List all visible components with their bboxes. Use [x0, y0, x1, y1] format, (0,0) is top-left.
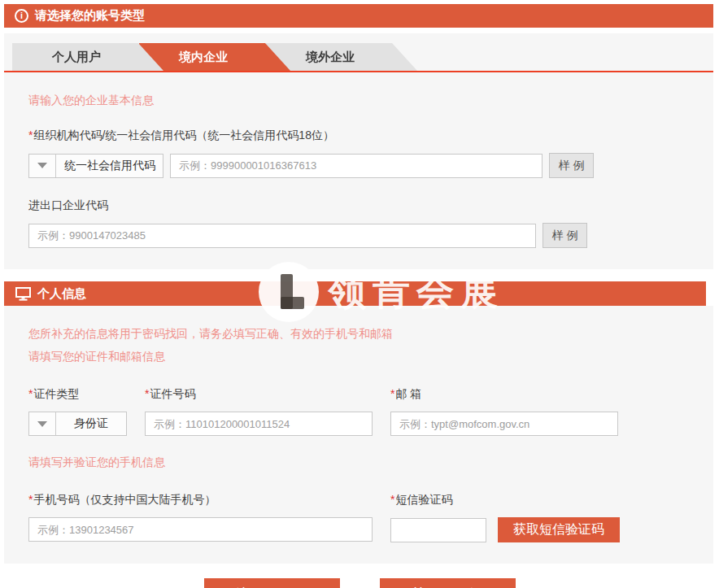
required-mark: * [28, 387, 33, 400]
tab-overseas-enterprise[interactable]: 境外企业 [266, 43, 417, 71]
credit-code-type-value: 统一社会信用代码 [56, 155, 163, 177]
id-type-value: 身份证 [56, 412, 126, 435]
info-icon: i [15, 9, 28, 23]
required-mark: * [390, 493, 394, 506]
id-email-note: 请填写您的证件和邮箱信息 [28, 350, 689, 364]
tab-personal-user[interactable]: 个人用户 [12, 43, 163, 71]
ie-code-label: 进出口企业代码 [28, 198, 689, 213]
sms-code-label: *短信验证码 [390, 493, 620, 507]
tab-domestic-enterprise[interactable]: 境内企业 [139, 43, 290, 71]
personal-info-title: 个人信息 [37, 286, 86, 302]
footer-actions: 注 册 关 闭 [0, 578, 719, 588]
phone-input[interactable] [28, 517, 373, 542]
required-mark: * [145, 387, 149, 400]
email-input[interactable] [390, 412, 618, 436]
required-mark: * [28, 493, 33, 506]
account-type-title: 请选择您的账号类型 [35, 8, 145, 24]
phone-verify-note: 请填写并验证您的手机信息 [28, 455, 689, 470]
id-type-label: *证件类型 [28, 387, 127, 402]
credit-code-type-select[interactable]: 统一社会信用代码 [28, 154, 163, 178]
get-sms-code-button[interactable]: 获取短信验证码 [498, 517, 620, 542]
enterprise-intro-note: 请输入您的企业基本信息 [28, 94, 689, 108]
register-button[interactable]: 注 册 [204, 578, 340, 588]
monitor-icon [15, 287, 31, 301]
personal-section: 您所补充的信息将用于密码找回，请务必填写正确、有效的手机号和邮箱 请填写您的证件… [4, 306, 713, 564]
account-type-header: i 请选择您的账号类型 [4, 4, 713, 28]
id-type-select[interactable]: 身份证 [28, 412, 127, 436]
ie-code-input[interactable] [28, 224, 536, 248]
id-number-input[interactable] [145, 412, 373, 436]
required-mark: * [390, 387, 394, 400]
chevron-down-icon [29, 412, 56, 435]
id-number-label: *证件号码 [145, 387, 373, 402]
password-recovery-note: 您所补充的信息将用于密码找回，请务必填写正确、有效的手机号和邮箱 [28, 327, 689, 342]
credit-code-label: *组织机构代码/统一社会信用代码（统一社会信用代码18位） [28, 128, 689, 143]
account-type-tabs: 个人用户 境内企业 境外企业 [4, 33, 713, 72]
sms-code-input[interactable] [390, 518, 486, 542]
credit-code-input[interactable] [170, 154, 543, 178]
enterprise-section: 个人用户 境内企业 境外企业 请输入您的企业基本信息 *组织机构代码/统一社会信… [4, 33, 713, 269]
personal-info-header: 个人信息 [4, 281, 706, 306]
ie-code-sample-button[interactable]: 样 例 [543, 223, 587, 248]
credit-code-sample-button[interactable]: 样 例 [549, 153, 594, 178]
phone-label: *手机号码（仅支持中国大陆手机号） [28, 493, 373, 507]
close-button[interactable]: 关 闭 [380, 578, 516, 588]
email-label: *邮 箱 [390, 387, 618, 402]
chevron-down-icon [29, 155, 56, 177]
required-mark: * [28, 128, 33, 142]
